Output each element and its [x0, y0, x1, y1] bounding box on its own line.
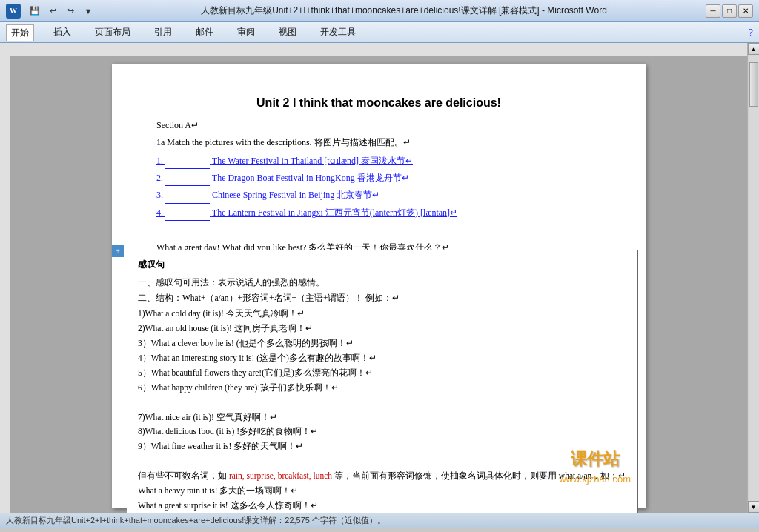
commentary-title: 感叹句	[138, 258, 627, 273]
undo-button[interactable]: ↩	[44, 4, 61, 19]
page-container: Unit 2 I think that mooncakes are delici…	[10, 56, 747, 513]
tab-references[interactable]: 引用	[150, 24, 176, 40]
commentary-section1: 一、感叹句可用法：表示说话人的强烈的感情。	[138, 276, 627, 290]
quick-access-toolbar: 💾 ↩ ↪ ▼	[27, 4, 96, 19]
window-controls: ─ □ ✕	[706, 4, 753, 18]
close-button[interactable]: ✕	[738, 4, 753, 18]
main-area: Unit 2 I think that mooncakes are delici…	[0, 43, 759, 513]
window-title: 人教新目标九年级Unit+2+I+think+that+mooncakes+ar…	[102, 4, 706, 17]
commentary-section2: 二、结构：What+（a/an）+形容词+名词+（主语+谓语）！ 例如：↵	[138, 291, 627, 305]
spacer1	[156, 224, 601, 238]
help-icon[interactable]: ?	[749, 26, 753, 39]
tab-developer[interactable]: 开发工具	[316, 24, 360, 40]
item-3: 3. Chinese Spring Festival in Beijing 北京…	[156, 188, 601, 203]
tab-pagelayout[interactable]: 页面布局	[90, 24, 135, 40]
status-bar: 人教新目标九年级Unit+2+I+think+that+mooncakes+ar…	[0, 513, 759, 528]
commentary-example2: What a great surprise it is! 这多么令人惊奇啊！↵	[138, 499, 627, 513]
item-4-num: 4.	[156, 207, 210, 218]
undo-button2[interactable]: ↪	[62, 4, 79, 19]
item-3-num: 3.	[156, 190, 210, 200]
item-4-text: The Lantern Festival in Jiangxi 江西元宵节(la…	[212, 207, 457, 218]
commentary-line-8: 8)What delicious food (it is) !多好吃的食物啊！↵	[138, 425, 627, 439]
tab-home[interactable]: 开始	[6, 24, 34, 41]
right-scrollbar[interactable]: ▲ ▼	[747, 43, 759, 513]
document-page: Unit 2 I think that mooncakes are delici…	[112, 64, 646, 508]
watermark-title: 课件站	[559, 446, 631, 472]
status-text: 人教新目标九年级Unit+2+I+think+that+mooncakes+ar…	[6, 515, 385, 526]
commentary-line-7: 7)What nice air (it is)! 空气真好啊！↵	[138, 410, 627, 425]
item-1-text: The Water Festival in Thailand [tɑɪlænd]…	[212, 156, 413, 166]
commentary-line-5: 5）What beautiful flowers they are!(它们是)多…	[138, 366, 627, 380]
left-ruler	[0, 43, 10, 513]
tab-review[interactable]: 审阅	[233, 24, 259, 40]
item-1: 1. The Water Festival in Thailand [tɑɪlæ…	[156, 154, 601, 169]
commentary-note: 但有些不可数名词，如 rain, surprise, breakfast, lu…	[138, 469, 627, 483]
commentary-spacer1	[138, 396, 627, 410]
instruction-text: 1a Match the pictures with the descripti…	[156, 136, 601, 150]
scroll-thumb[interactable]	[749, 62, 758, 107]
watermark: 课件站 www.kjzhan.com	[559, 446, 631, 488]
scroll-down-button[interactable]: ▼	[748, 501, 760, 513]
commentary-line-9: 9）What fine weather it is! 多好的天气啊！↵	[138, 439, 627, 453]
app-icon: W	[6, 4, 21, 19]
item-3-text: Chinese Spring Festival in Beijing 北京春节↵	[212, 190, 380, 200]
scroll-track[interactable]	[749, 55, 759, 501]
commentary-line-3: 3）What a clever boy he is! (他是个多么聪明的男孩啊！…	[138, 336, 627, 350]
more-button[interactable]: ▼	[80, 4, 96, 19]
scroll-up-button[interactable]: ▲	[748, 43, 760, 55]
left-margin-indicator: +	[112, 245, 124, 257]
item-2: 2. The Dragon Boat Festival in HongKong …	[156, 171, 601, 186]
commentary-line-6: 6）What happy children (they are)!孩子们多快乐啊…	[138, 381, 627, 395]
commentary-line-1: 1)What a cold day (it is)! 今天天气真冷啊！↵	[138, 307, 627, 321]
tab-mailings[interactable]: 邮件	[191, 24, 218, 40]
commentary-line-2: 2)What an old house (it is)! 这间房子真老啊！↵	[138, 322, 627, 336]
top-ruler	[10, 43, 747, 56]
commentary-spacer2	[138, 454, 627, 468]
save-button[interactable]: 💾	[27, 4, 43, 19]
commentary-example1: What a heavy rain it is! 多大的一场雨啊！↵	[138, 484, 627, 498]
tab-insert[interactable]: 插入	[49, 24, 76, 40]
commentary-line-4: 4）What an interesting story it is! (这是个)…	[138, 351, 627, 365]
item-2-text: The Dragon Boat Festival in HongKong 香港龙…	[212, 173, 409, 183]
ribbon-tabs: 开始 插入 页面布局 引用 邮件 审阅 视图 开发工具 ?	[0, 22, 759, 43]
item-2-num: 2.	[156, 173, 210, 183]
minimize-button[interactable]: ─	[706, 4, 720, 18]
watermark-url: www.kjzhan.com	[559, 472, 631, 488]
restore-button[interactable]: □	[722, 4, 737, 18]
item-1-num: 1.	[156, 156, 210, 166]
section-label: Section A↵	[156, 119, 601, 133]
tab-view[interactable]: 视图	[274, 24, 301, 40]
document-title: Unit 2 I think that mooncakes are delici…	[156, 93, 601, 113]
document-scroll-area[interactable]: Unit 2 I think that mooncakes are delici…	[10, 43, 747, 513]
item-4: 4. The Lantern Festival in Jiangxi 江西元宵节…	[156, 206, 601, 221]
title-bar: W 💾 ↩ ↪ ▼ 人教新目标九年级Unit+2+I+think+that+mo…	[0, 0, 759, 22]
